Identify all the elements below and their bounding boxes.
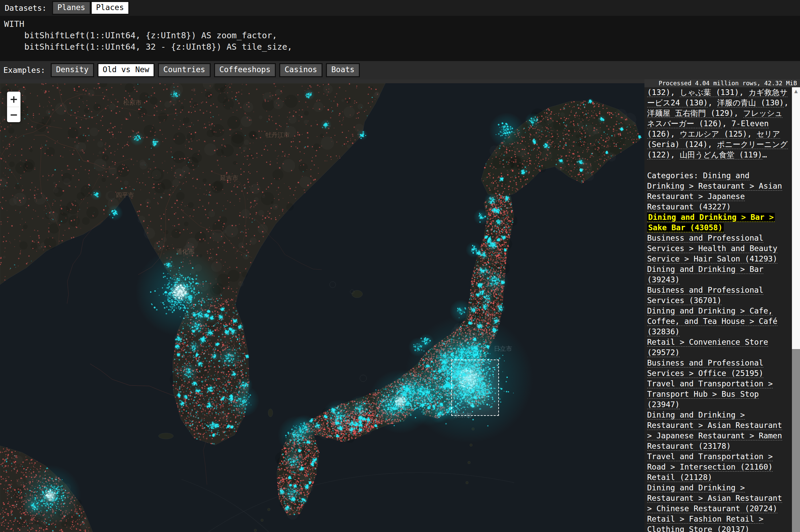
category-link-highlighted[interactable]: Dining and Drinking > Bar > Sake Bar (43… — [647, 213, 775, 232]
map-container[interactable]: + − — [0, 79, 644, 532]
tile-selection-box[interactable] — [451, 360, 499, 416]
results-text: (132), しゃぶ葉 (131), カギ救急サービス24 (130), 洋服の… — [647, 87, 789, 532]
category-link[interactable]: Dining and Drinking > Cafe, Coffee, and … — [647, 306, 778, 336]
example-button-coffeeshops[interactable]: Coffeeshops — [214, 63, 276, 77]
category-link[interactable]: Business and Professional Services > Hea… — [647, 234, 778, 264]
example-button-countries[interactable]: Countries — [158, 63, 211, 77]
panel-scrollbar[interactable]: ▲ — [792, 87, 800, 532]
zoom-in-button[interactable]: + — [7, 92, 20, 107]
category-link[interactable]: Business and Professional Services > Off… — [647, 359, 763, 378]
map-zoom-control: + − — [7, 92, 20, 122]
map-canvas[interactable] — [0, 83, 644, 532]
top-names-paragraph: (132), しゃぶ葉 (131), カギ救急サービス24 (130), 洋服の… — [647, 87, 789, 160]
category-link[interactable]: Dining and Drinking > Bar (39243) — [647, 265, 763, 284]
category-link[interactable]: Retail (21128) — [647, 473, 712, 482]
zoom-out-button[interactable]: − — [7, 107, 20, 122]
dataset-button-places[interactable]: Places — [91, 1, 129, 15]
category-link[interactable]: Business and Professional Services (3670… — [647, 286, 763, 305]
results-panel: Processed 4.04 million rows, 42.32 MiB (… — [644, 79, 800, 532]
example-button-density[interactable]: Density — [51, 63, 94, 77]
examples-buttons: DensityOld vs NewCountriesCoffeeshopsCas… — [51, 63, 364, 77]
query-status: Processed 4.04 million rows, 42.32 MiB — [644, 79, 800, 87]
top-name-link[interactable]: 洋麺屋 五右衛門 (129) — [647, 109, 734, 118]
sql-code: WITH bitShiftLeft(1::UInt64, {z:UInt8}) … — [0, 16, 800, 53]
scroll-up-arrow[interactable]: ▲ — [792, 87, 800, 95]
category-link[interactable]: Dining and Drinking > Restaurant > Asian… — [647, 411, 782, 451]
content-region: + − Processed 4.04 million rows, 42.32 M… — [0, 79, 800, 532]
top-name-link[interactable]: 山田うどん食堂 (119) — [680, 150, 762, 159]
category-link[interactable]: Dining and Drinking > Restaurant > Asian… — [647, 483, 782, 513]
names-ellipsis: … — [762, 150, 767, 159]
examples-label: Examples: — [3, 66, 46, 75]
datasets-buttons: PlanesPlaces — [52, 1, 129, 15]
top-name-link[interactable]: しゃぶ葉 (131) — [680, 88, 739, 97]
examples-bar: Examples: DensityOld vs NewCountriesCoff… — [0, 61, 800, 79]
sql-editor[interactable]: WITH bitShiftLeft(1::UInt64, {z:UInt8}) … — [0, 16, 800, 61]
datasets-label: Datasets: — [5, 4, 47, 13]
scrollbar-thumb[interactable] — [792, 349, 800, 532]
category-link[interactable]: Travel and Transportation > Road > Inter… — [647, 452, 773, 472]
example-button-boats[interactable]: Boats — [326, 63, 360, 77]
category-link[interactable]: Retail > Convenience Store (29572) — [647, 338, 768, 357]
top-name-link[interactable]: (132) — [647, 88, 670, 97]
category-link[interactable]: Retail > Fashion Retail > Clothing Store… — [647, 515, 763, 532]
top-name-link[interactable]: ウエルシア (125) — [680, 130, 747, 139]
categories-label: Categories: — [647, 171, 703, 180]
category-link[interactable]: Travel and Transportation > Transport Hu… — [647, 379, 773, 409]
dataset-button-planes[interactable]: Planes — [52, 1, 91, 15]
datasets-bar: Datasets: PlanesPlaces — [0, 0, 800, 16]
example-button-old-vs-new[interactable]: Old vs New — [97, 63, 154, 77]
top-name-link[interactable]: 洋服の青山 (130) — [717, 98, 784, 108]
example-button-casinos[interactable]: Casinos — [279, 63, 323, 77]
categories-paragraph: Categories: Dining and Drinking > Restau… — [647, 171, 789, 532]
